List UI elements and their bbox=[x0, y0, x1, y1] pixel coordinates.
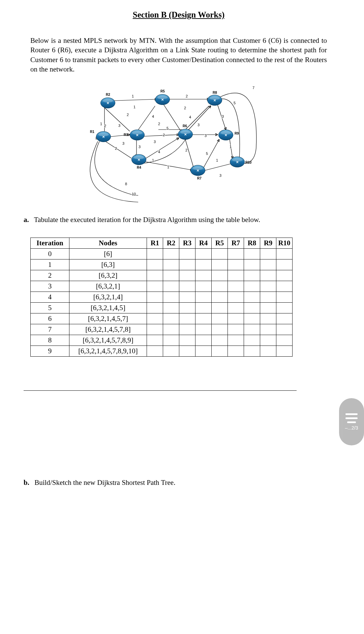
cell-empty bbox=[228, 292, 244, 303]
cell-empty bbox=[276, 346, 293, 357]
cell-empty bbox=[228, 335, 244, 346]
svg-line-11 bbox=[185, 140, 194, 168]
cell-nodes: [6,3,2,1,4,5,7,8,9,10] bbox=[69, 346, 147, 357]
edge-weight: 8 bbox=[125, 182, 127, 186]
cell-empty bbox=[163, 259, 179, 270]
table-row: 5[6,3,2,1,4,5] bbox=[31, 303, 293, 313]
edge-weight: 1 bbox=[152, 158, 154, 162]
cell-nodes: [6,3] bbox=[69, 259, 147, 270]
cell-empty bbox=[195, 249, 212, 259]
cell-empty bbox=[179, 324, 195, 335]
cell-iteration: 2 bbox=[31, 270, 69, 281]
cell-empty bbox=[147, 281, 163, 292]
cell-empty bbox=[212, 259, 228, 270]
th-r1: R1 bbox=[147, 238, 163, 249]
router-label-r9: R9 bbox=[235, 132, 239, 135]
cell-nodes: [6,3,2,1] bbox=[69, 281, 147, 292]
cell-empty bbox=[276, 292, 293, 303]
cell-empty bbox=[244, 324, 260, 335]
problem-statement: Below is a nested MPLS network by MTN. W… bbox=[30, 36, 327, 74]
page-indicator-widget[interactable]: –...2/3 bbox=[339, 398, 364, 445]
menu-icon bbox=[345, 413, 358, 423]
cell-empty bbox=[212, 313, 228, 324]
dijkstra-table: Iteration Nodes R1 R2 R3 R4 R5 R7 R8 R9 … bbox=[30, 238, 293, 357]
cell-iteration: 7 bbox=[31, 324, 69, 335]
cell-empty bbox=[244, 259, 260, 270]
svg-line-10 bbox=[143, 135, 179, 136]
cell-empty bbox=[179, 346, 195, 357]
router-label-r4: R4 bbox=[137, 166, 141, 169]
cell-nodes: [6,3,2,1,4,5] bbox=[69, 303, 147, 313]
edge-weight: 3 bbox=[219, 173, 222, 177]
router-label-r7: R7 bbox=[197, 176, 202, 180]
cell-empty bbox=[228, 324, 244, 335]
cell-empty bbox=[195, 346, 212, 357]
cell-empty bbox=[163, 335, 179, 346]
edge-weight: 4 bbox=[152, 114, 154, 118]
cell-empty bbox=[195, 270, 212, 281]
edge-weight: 2 bbox=[104, 124, 107, 128]
th-r4: R4 bbox=[195, 238, 212, 249]
page-counter: –...2/3 bbox=[345, 425, 358, 431]
th-r2: R2 bbox=[163, 238, 179, 249]
cell-empty bbox=[163, 313, 179, 324]
cell-empty bbox=[195, 281, 212, 292]
cell-empty bbox=[212, 270, 228, 281]
cell-empty bbox=[179, 313, 195, 324]
cell-empty bbox=[195, 303, 212, 313]
cell-empty bbox=[147, 313, 163, 324]
svg-line-17 bbox=[202, 163, 233, 171]
cell-empty bbox=[195, 259, 212, 270]
cell-empty bbox=[147, 335, 163, 346]
cell-empty bbox=[195, 292, 212, 303]
cell-empty bbox=[179, 281, 195, 292]
cell-empty bbox=[260, 346, 276, 357]
question-a: a. Tabulate the executed iteration for t… bbox=[24, 216, 334, 224]
th-nodes: Nodes bbox=[69, 238, 147, 249]
cell-empty bbox=[244, 249, 260, 259]
cell-empty bbox=[260, 249, 276, 259]
cell-empty bbox=[147, 292, 163, 303]
cell-empty bbox=[163, 281, 179, 292]
th-r9: R9 bbox=[260, 238, 276, 249]
table-row: 4[6,3,2,1,4] bbox=[31, 292, 293, 303]
cell-empty bbox=[147, 324, 163, 335]
network-topology-diagram: ✕R1 ✕R2 ✕R3 ✕R4 ✕R5 ✕R6 ✕R7 ✕R8 ✕R9 ✕R10… bbox=[84, 81, 273, 205]
table-row: 6[6,3,2,1,4,5,7] bbox=[31, 313, 293, 324]
edge-weight: 3 bbox=[221, 114, 224, 118]
cell-empty bbox=[276, 335, 293, 346]
cell-empty bbox=[244, 270, 260, 281]
edge-weight: 1 bbox=[167, 165, 170, 169]
cell-empty bbox=[244, 292, 260, 303]
cell-empty bbox=[147, 270, 163, 281]
cell-empty bbox=[147, 259, 163, 270]
cell-iteration: 5 bbox=[31, 303, 69, 313]
cell-empty bbox=[195, 324, 212, 335]
router-label-r3: R3 bbox=[124, 133, 128, 137]
cell-empty bbox=[228, 281, 244, 292]
cell-nodes: [6,3,2] bbox=[69, 270, 147, 281]
cell-nodes: [6,3,2,1,4,5,7] bbox=[69, 313, 147, 324]
edge-weight: 2 bbox=[185, 94, 188, 98]
edge-weight: 1 bbox=[216, 158, 218, 162]
svg-line-6 bbox=[104, 108, 130, 131]
cell-empty bbox=[260, 324, 276, 335]
cell-empty bbox=[147, 303, 163, 313]
th-r10: R10 bbox=[276, 238, 293, 249]
cell-empty bbox=[212, 303, 228, 313]
th-r8: R8 bbox=[244, 238, 260, 249]
cell-iteration: 8 bbox=[31, 335, 69, 346]
edge-weight: 3 bbox=[204, 134, 207, 138]
cell-empty bbox=[260, 270, 276, 281]
table-row: 3[6,3,2,1] bbox=[31, 281, 293, 292]
edge-weight: 1 bbox=[133, 105, 136, 109]
cell-empty bbox=[260, 335, 276, 346]
edge-weight: 1 bbox=[131, 94, 134, 98]
edge-weight: 1 bbox=[229, 145, 232, 149]
cell-empty bbox=[260, 281, 276, 292]
svg-line-9 bbox=[143, 138, 179, 160]
th-r7: R7 bbox=[228, 238, 244, 249]
edge-weight: 10 bbox=[131, 192, 136, 196]
cell-empty bbox=[228, 303, 244, 313]
cell-empty bbox=[276, 324, 293, 335]
